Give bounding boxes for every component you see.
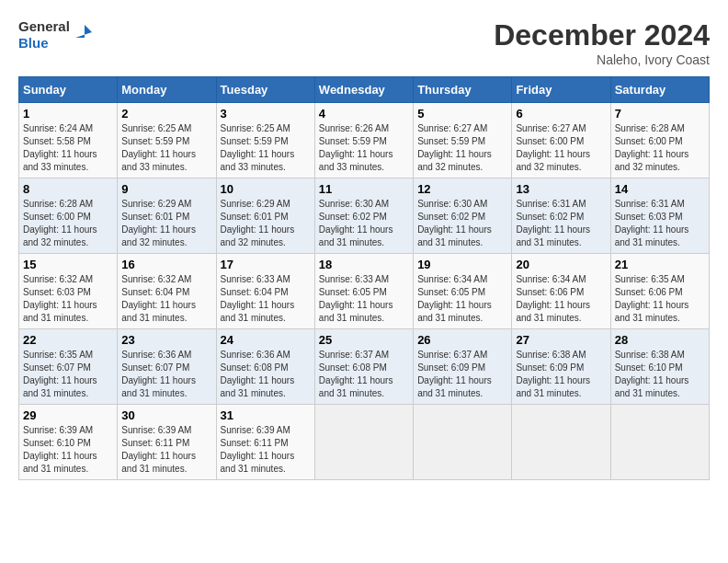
day-number: 26	[417, 333, 507, 347]
day-info: Sunrise: 6:25 AM Sunset: 5:59 PM Dayligh…	[121, 122, 211, 174]
calendar-cell: 29 Sunrise: 6:39 AM Sunset: 6:10 PM Dayl…	[19, 405, 118, 480]
calendar-cell: 12 Sunrise: 6:30 AM Sunset: 6:02 PM Dayl…	[414, 178, 512, 254]
title-block: December 2024 Naleho, Ivory Coast	[494, 18, 710, 67]
weekday-header-tuesday: Tuesday	[216, 77, 314, 103]
calendar-cell: 1 Sunrise: 6:24 AM Sunset: 5:58 PM Dayli…	[19, 103, 118, 178]
day-number: 20	[516, 258, 606, 271]
calendar-cell: 6 Sunrise: 6:27 AM Sunset: 6:00 PM Dayli…	[512, 103, 610, 178]
day-number: 29	[23, 408, 113, 422]
day-number: 22	[23, 333, 113, 347]
day-info: Sunrise: 6:28 AM Sunset: 6:00 PM Dayligh…	[23, 198, 113, 249]
week-row-4: 22 Sunrise: 6:35 AM Sunset: 6:07 PM Dayl…	[19, 329, 710, 405]
day-info: Sunrise: 6:34 AM Sunset: 6:05 PM Dayligh…	[417, 273, 507, 325]
day-number: 17	[221, 258, 311, 271]
day-number: 15	[23, 258, 113, 271]
day-info: Sunrise: 6:38 AM Sunset: 6:10 PM Dayligh…	[615, 349, 705, 400]
day-number: 9	[121, 182, 211, 196]
day-info: Sunrise: 6:29 AM Sunset: 6:01 PM Dayligh…	[221, 198, 311, 249]
calendar-cell: 5 Sunrise: 6:27 AM Sunset: 5:59 PM Dayli…	[414, 103, 512, 178]
calendar-cell: 3 Sunrise: 6:25 AM Sunset: 5:59 PM Dayli…	[216, 103, 314, 178]
day-info: Sunrise: 6:34 AM Sunset: 6:06 PM Dayligh…	[516, 273, 606, 325]
calendar-cell: 31 Sunrise: 6:39 AM Sunset: 6:11 PM Dayl…	[216, 405, 314, 480]
logo-chevron-icon	[72, 21, 92, 41]
day-number: 3	[221, 107, 311, 121]
day-number: 8	[23, 182, 113, 196]
weekday-header-thursday: Thursday	[414, 77, 512, 103]
calendar-cell: 2 Sunrise: 6:25 AM Sunset: 5:59 PM Dayli…	[118, 103, 216, 178]
calendar-cell: 16 Sunrise: 6:32 AM Sunset: 6:04 PM Dayl…	[118, 254, 216, 329]
day-info: Sunrise: 6:25 AM Sunset: 5:59 PM Dayligh…	[221, 122, 311, 174]
day-number: 16	[121, 258, 211, 271]
weekday-header-friday: Friday	[512, 77, 610, 103]
calendar-cell	[414, 405, 512, 480]
day-number: 31	[221, 408, 311, 422]
day-info: Sunrise: 6:35 AM Sunset: 6:07 PM Dayligh…	[23, 349, 113, 400]
day-number: 14	[615, 182, 705, 196]
day-info: Sunrise: 6:38 AM Sunset: 6:09 PM Dayligh…	[516, 349, 606, 400]
calendar-cell: 13 Sunrise: 6:31 AM Sunset: 6:02 PM Dayl…	[512, 178, 610, 254]
calendar-cell: 7 Sunrise: 6:28 AM Sunset: 6:00 PM Dayli…	[610, 103, 709, 178]
calendar-cell: 15 Sunrise: 6:32 AM Sunset: 6:03 PM Dayl…	[19, 254, 118, 329]
day-info: Sunrise: 6:39 AM Sunset: 6:11 PM Dayligh…	[221, 424, 311, 476]
day-number: 27	[516, 333, 606, 347]
logo-graphic: General Blue	[18, 18, 92, 52]
day-number: 18	[319, 258, 409, 271]
day-info: Sunrise: 6:35 AM Sunset: 6:06 PM Dayligh…	[615, 273, 705, 325]
day-info: Sunrise: 6:33 AM Sunset: 6:05 PM Dayligh…	[319, 273, 409, 325]
day-number: 7	[615, 107, 705, 121]
day-number: 13	[516, 182, 606, 196]
calendar-cell: 19 Sunrise: 6:34 AM Sunset: 6:05 PM Dayl…	[414, 254, 512, 329]
calendar-table: SundayMondayTuesdayWednesdayThursdayFrid…	[18, 76, 710, 480]
day-number: 11	[319, 182, 409, 196]
calendar-cell: 18 Sunrise: 6:33 AM Sunset: 6:05 PM Dayl…	[314, 254, 413, 329]
week-row-1: 1 Sunrise: 6:24 AM Sunset: 5:58 PM Dayli…	[19, 103, 710, 178]
month-title: December 2024	[494, 18, 710, 52]
day-info: Sunrise: 6:37 AM Sunset: 6:08 PM Dayligh…	[319, 349, 409, 400]
day-info: Sunrise: 6:32 AM Sunset: 6:04 PM Dayligh…	[121, 273, 211, 325]
day-info: Sunrise: 6:29 AM Sunset: 6:01 PM Dayligh…	[121, 198, 211, 249]
calendar-cell: 27 Sunrise: 6:38 AM Sunset: 6:09 PM Dayl…	[512, 329, 610, 405]
calendar-cell: 20 Sunrise: 6:34 AM Sunset: 6:06 PM Dayl…	[512, 254, 610, 329]
day-number: 5	[417, 107, 507, 121]
calendar-cell: 9 Sunrise: 6:29 AM Sunset: 6:01 PM Dayli…	[118, 178, 216, 254]
week-row-5: 29 Sunrise: 6:39 AM Sunset: 6:10 PM Dayl…	[19, 405, 710, 480]
day-number: 6	[516, 107, 606, 121]
calendar-cell: 30 Sunrise: 6:39 AM Sunset: 6:11 PM Dayl…	[118, 405, 216, 480]
day-number: 2	[121, 107, 211, 121]
day-number: 30	[121, 408, 211, 422]
calendar-cell: 14 Sunrise: 6:31 AM Sunset: 6:03 PM Dayl…	[610, 178, 709, 254]
day-info: Sunrise: 6:36 AM Sunset: 6:07 PM Dayligh…	[121, 349, 211, 400]
week-row-2: 8 Sunrise: 6:28 AM Sunset: 6:00 PM Dayli…	[19, 178, 710, 254]
day-info: Sunrise: 6:37 AM Sunset: 6:09 PM Dayligh…	[417, 349, 507, 400]
location: Naleho, Ivory Coast	[494, 52, 710, 67]
day-number: 4	[319, 107, 409, 121]
calendar-cell: 26 Sunrise: 6:37 AM Sunset: 6:09 PM Dayl…	[414, 329, 512, 405]
day-number: 21	[615, 258, 705, 271]
calendar-cell: 23 Sunrise: 6:36 AM Sunset: 6:07 PM Dayl…	[118, 329, 216, 405]
day-number: 19	[417, 258, 507, 271]
day-number: 25	[319, 333, 409, 347]
day-info: Sunrise: 6:27 AM Sunset: 5:59 PM Dayligh…	[417, 122, 507, 174]
weekday-header-row: SundayMondayTuesdayWednesdayThursdayFrid…	[19, 77, 710, 103]
day-number: 10	[221, 182, 311, 196]
day-info: Sunrise: 6:28 AM Sunset: 6:00 PM Dayligh…	[615, 122, 705, 174]
calendar-cell: 8 Sunrise: 6:28 AM Sunset: 6:00 PM Dayli…	[19, 178, 118, 254]
calendar-cell: 10 Sunrise: 6:29 AM Sunset: 6:01 PM Dayl…	[216, 178, 314, 254]
day-number: 23	[121, 333, 211, 347]
calendar-cell	[512, 405, 610, 480]
page-header: General Blue December 2024 Naleho, Ivory…	[18, 18, 710, 67]
day-info: Sunrise: 6:24 AM Sunset: 5:58 PM Dayligh…	[23, 122, 113, 174]
weekday-header-wednesday: Wednesday	[314, 77, 413, 103]
calendar-cell: 22 Sunrise: 6:35 AM Sunset: 6:07 PM Dayl…	[19, 329, 118, 405]
calendar-cell: 21 Sunrise: 6:35 AM Sunset: 6:06 PM Dayl…	[610, 254, 709, 329]
calendar-cell: 4 Sunrise: 6:26 AM Sunset: 5:59 PM Dayli…	[314, 103, 413, 178]
calendar-cell: 17 Sunrise: 6:33 AM Sunset: 6:04 PM Dayl…	[216, 254, 314, 329]
weekday-header-saturday: Saturday	[610, 77, 709, 103]
day-info: Sunrise: 6:39 AM Sunset: 6:11 PM Dayligh…	[121, 424, 211, 476]
calendar-cell: 11 Sunrise: 6:30 AM Sunset: 6:02 PM Dayl…	[314, 178, 413, 254]
weekday-header-sunday: Sunday	[19, 77, 118, 103]
weekday-header-monday: Monday	[118, 77, 216, 103]
day-info: Sunrise: 6:30 AM Sunset: 6:02 PM Dayligh…	[319, 198, 409, 249]
calendar-cell: 24 Sunrise: 6:36 AM Sunset: 6:08 PM Dayl…	[216, 329, 314, 405]
logo: General Blue	[18, 18, 92, 52]
